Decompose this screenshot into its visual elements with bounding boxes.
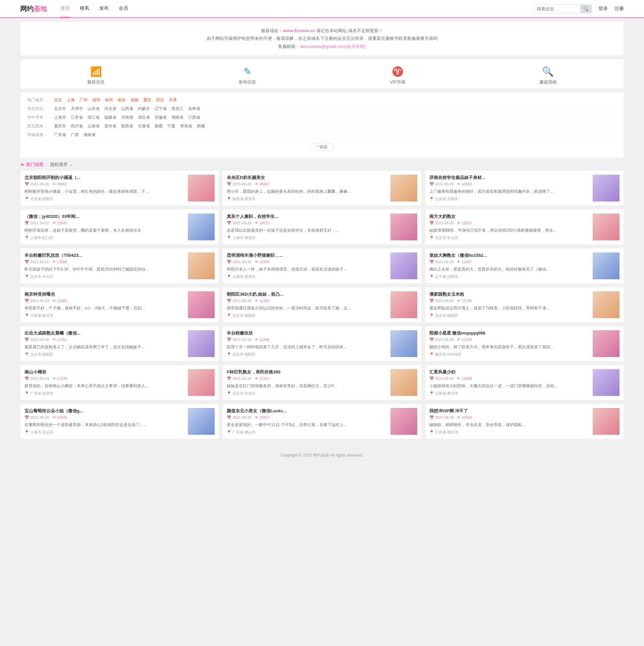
city-link[interactable]: 广西	[71, 132, 79, 138]
card-title[interactable]: 济南在校学生极品妹子身材...	[429, 175, 589, 181]
post-card[interactable]: 南山小椰岩 📅 2021-09-24 👁 11325 群里加的，自称南山小椰岩，…	[20, 365, 219, 400]
card-title[interactable]: 汇景风暴少妇	[429, 369, 589, 375]
feature-publish[interactable]: ✎ 发布信息	[238, 66, 256, 85]
city-link[interactable]: 山东省	[88, 106, 100, 112]
post-card[interactable]: 我想冲VIP啊 冲不了 📅 2021-09-28 👁 10919 融驰剧，精耕细…	[425, 404, 624, 439]
nav-home[interactable]: 首页	[60, 0, 70, 17]
city-link[interactable]: 山西省	[121, 106, 133, 112]
nav-member[interactable]: 会员	[119, 0, 128, 17]
card-title[interactable]: 北京朝阳刚开割的小骚逼（...	[24, 175, 184, 181]
views-icon: 👁	[52, 182, 56, 186]
city-link[interactable]: 新疆	[155, 123, 163, 129]
search-input[interactable]	[533, 5, 580, 13]
feature-guide[interactable]: 🔍 邂逅指南	[539, 66, 557, 85]
city-link[interactable]: 安徽省	[155, 115, 167, 120]
card-title[interactable]: 熙都小星星 微信mvpqqq098	[429, 330, 589, 336]
city-link[interactable]: 上海市	[54, 115, 66, 120]
card-title[interactable]: 南山小椰岩	[24, 369, 184, 375]
post-card[interactable]: 真实个人兼职，在校学生... 📅 2021-09-26 👁 14672 这是我以…	[222, 209, 421, 245]
city-link[interactable]: 广州	[79, 97, 88, 103]
post-card[interactable]: 丰台粉嫩欣欣 📅 2021-10-15 👁 11346 苏理十月一的时候回来了几…	[222, 326, 421, 361]
city-link[interactable]: 西藏	[197, 123, 205, 129]
login-button[interactable]: 登录	[598, 6, 608, 12]
post-card[interactable]: 昆明清纯丰满小野猫兼职，... 📅 2021-09-26 👁 12434 和照片…	[222, 248, 421, 284]
post-card[interactable]: （微信：jy40320）03年刚... 📅 2021-10-12 👁 15045…	[20, 209, 219, 245]
card-title[interactable]: 昆明清纯丰满小野猫兼职，...	[227, 252, 387, 258]
post-card[interactable]: 宝山葡萄街云朵小姐（微信g... 📅 2021-09-26 👁 10933 在葡…	[20, 404, 219, 439]
card-title[interactable]: 朝阳区36D大奶,妹妹，前凸...	[227, 291, 387, 297]
post-card[interactable]: 南京钟灵街曝光 📅 2021-09-24 👁 12365 体型那不好，个子矮，身…	[20, 287, 219, 322]
card-title[interactable]: 潘家园熟女玉米粒	[429, 291, 589, 297]
city-link[interactable]: 浙江省	[88, 115, 100, 120]
feature-latest[interactable]: 📶 最新信息	[87, 66, 105, 85]
post-card[interactable]: 皇姑大胸熟女（微信liu1552... 📅 2021-09-26 👁 12397…	[425, 248, 624, 284]
post-card[interactable]: 潘家园熟女玉米粒 📅 2021-09-26 👁 11766 最近帮贴这位照片诱人…	[425, 287, 624, 322]
card-title[interactable]: 真实个人兼职，在校学生...	[227, 214, 387, 220]
city-link[interactable]: 深圳	[92, 97, 100, 103]
city-link[interactable]: 重庆市	[54, 123, 66, 129]
city-link[interactable]: 湖北省	[138, 115, 150, 120]
nav-publish[interactable]: 发布	[99, 0, 109, 17]
city-link[interactable]: 辽宁省	[155, 106, 167, 112]
card-title[interactable]: 皇姑大胸熟女（微信liu1552...	[429, 252, 589, 258]
post-card[interactable]: F杯巨乳熟女，亲民价格300 📅 2021-09-24 👁 11151 妹妹是在…	[222, 365, 421, 400]
post-card[interactable]: 南方大奶熟女 📅 2021-09-26 👁 13221 qq群里都聊得，半身自己…	[425, 209, 624, 245]
card-title[interactable]: 我想冲VIP啊 冲不了	[429, 408, 589, 414]
city-link[interactable]: 吉林省	[188, 106, 200, 112]
city-link[interactable]: 上海	[67, 97, 75, 103]
city-link[interactable]: 河南省	[121, 115, 133, 120]
city-link[interactable]: 黑龙江	[171, 106, 183, 112]
city-link[interactable]: 天津市	[71, 106, 83, 112]
card-title[interactable]: 丰台粉嫩欣欣	[227, 330, 387, 336]
city-link[interactable]: 贵州省	[104, 123, 116, 129]
location-text: 北京市·朝阳区	[232, 352, 256, 357]
card-title[interactable]: 颜值东北小美女（微信Luckc...	[227, 408, 387, 414]
collapse-button[interactable]: ⌃收起	[27, 139, 617, 155]
city-link[interactable]: 北京市	[54, 106, 66, 112]
city-link[interactable]: 成都	[130, 97, 139, 103]
search-button[interactable]: 🔍	[580, 5, 591, 13]
register-button[interactable]: 注册	[614, 6, 624, 12]
city-link[interactable]: 云南省	[88, 123, 100, 129]
city-link[interactable]: 重庆	[143, 97, 151, 103]
city-link[interactable]: 陕西省	[121, 123, 133, 129]
nav-loufeng[interactable]: 楼凤	[80, 0, 89, 17]
city-link[interactable]: 杭州	[105, 97, 113, 103]
tab-random[interactable]: 随机推荐 ⌄	[50, 162, 73, 168]
card-title[interactable]: 南方大奶熟女	[429, 214, 589, 220]
city-link[interactable]: 福建省	[104, 115, 116, 120]
city-link[interactable]: 甘肃省	[138, 123, 150, 129]
card-title[interactable]: （微信：jy40320）03年刚...	[24, 214, 184, 220]
city-link[interactable]: 湖南省	[171, 115, 183, 120]
city-link[interactable]: 天津	[169, 97, 177, 103]
post-card[interactable]: 颜值东北小美女（微信Luckc... 📅 2021-09-26 👁 10927 …	[222, 404, 421, 439]
city-link[interactable]: 河北省	[104, 106, 116, 112]
card-title[interactable]: 出击大成路熟女晨曦（微信...	[24, 330, 184, 336]
card-title[interactable]: 丰台粉嫩巨乳欣欣（T50423...	[24, 252, 184, 258]
post-card[interactable]: 济南在校学生极品妹子身材... 📅 2021-09-26 👁 16662 上门服…	[425, 170, 624, 206]
tab-hot[interactable]: 热门信息	[26, 162, 44, 168]
city-link[interactable]: 内蒙古	[138, 106, 150, 112]
city-link[interactable]: 北京	[54, 97, 62, 103]
post-card[interactable]: 未央区D奶长腿美女 📅 2021-09-26 👁 18687 用小吊，蹂我的身上…	[222, 170, 421, 206]
city-link[interactable]: 江西省	[188, 115, 200, 120]
card-title[interactable]: F杯巨乳熟女，亲民价格300	[227, 369, 387, 375]
card-title[interactable]: 宝山葡萄街云朵小姐（微信g...	[24, 408, 184, 414]
city-link[interactable]: 广东省	[54, 132, 66, 138]
post-card[interactable]: 汇景风暴少妇 📅 2021-09-24 👁 11098 小姐姐很有少妇韵味，大概…	[425, 365, 624, 400]
city-link[interactable]: 南京	[118, 97, 126, 103]
card-title[interactable]: 未央区D奶长腿美女	[227, 175, 387, 181]
feature-vip[interactable]: ♈ VIP升级	[390, 66, 406, 85]
city-link[interactable]: 海南省	[84, 132, 96, 138]
post-card[interactable]: 丰台粉嫩巨乳欣欣（T50423... 📅 2021-10-15 👁 13096 …	[20, 248, 219, 284]
city-link[interactable]: 青海省	[180, 123, 192, 129]
post-card[interactable]: 北京朝阳刚开割的小骚逼（... 📅 2021-09-26 👁 49961 刚刚被…	[20, 170, 219, 206]
post-card[interactable]: 朝阳区36D大奶,妹妹，前凸... 📅 2021-09-26 👁 11962 很…	[222, 287, 421, 322]
city-link[interactable]: 宁夏	[167, 123, 175, 129]
card-title[interactable]: 南京钟灵街曝光	[24, 291, 184, 297]
city-link[interactable]: 武汉	[156, 97, 164, 103]
post-card[interactable]: 熙都小星星 微信mvpqqq098 📅 2021-09-26 👁 11329 颜…	[425, 326, 624, 361]
city-link[interactable]: 江苏省	[71, 115, 83, 120]
post-card[interactable]: 出击大成路熟女晨曦（微信... 📅 2021-09-26 👁 11351 观星晨…	[20, 326, 219, 361]
city-link[interactable]: 四川省	[71, 123, 83, 129]
